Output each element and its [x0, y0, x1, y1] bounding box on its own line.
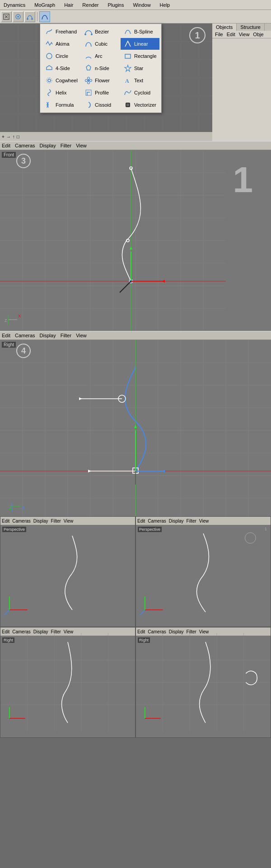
svg-point-4: [31, 18, 33, 20]
badge-1: 1: [189, 27, 206, 43]
toolbar: [0, 10, 271, 24]
toolbar-btn-1[interactable]: [1, 11, 12, 22]
formula-icon: [45, 100, 54, 109]
dropdown-flower[interactable]: Flower: [81, 75, 120, 86]
dropdown-vectorizer[interactable]: Vectorizer: [121, 99, 159, 111]
svg-line-111: [108, 530, 135, 621]
dropdown-arc[interactable]: Arc: [81, 50, 120, 62]
dropdown-text[interactable]: A Text: [121, 75, 159, 86]
vmenu2-cameras[interactable]: Cameras: [15, 333, 35, 338]
cogwheel-icon: [45, 76, 54, 85]
dropdown-cubic[interactable]: Cubic: [81, 38, 120, 50]
svg-point-7: [47, 53, 52, 59]
right-view-menu-bar: Edit Cameras Display Filter View: [0, 331, 271, 340]
svg-point-2: [17, 16, 19, 18]
mini4-content: [136, 627, 271, 737]
toolbar-btn-3[interactable]: [24, 11, 35, 22]
dropdown-4side[interactable]: 4-Side: [42, 62, 81, 74]
tab-objects[interactable]: Objects: [212, 24, 237, 31]
svg-point-60: [129, 279, 133, 283]
fourside-icon: [45, 64, 54, 73]
profile-icon: [84, 88, 93, 97]
vmenu2-display[interactable]: Display: [40, 333, 56, 338]
mini-viewport-2: Edit Cameras Display Filter View Perspec…: [136, 516, 271, 627]
mini1-content: [0, 517, 135, 627]
svg-point-58: [130, 167, 132, 170]
dropdown-nside[interactable]: n-Side: [81, 62, 120, 74]
panel-header: File Edit View Obje: [212, 31, 271, 38]
viewport-front: Front 3 1: [0, 150, 271, 331]
bezier-icon: [84, 27, 93, 36]
svg-point-15: [88, 77, 90, 80]
mini3-content: [0, 627, 135, 737]
svg-marker-92: [79, 397, 82, 400]
svg-marker-10: [86, 65, 91, 70]
cycloid-icon: [123, 88, 132, 97]
dropdown-formula[interactable]: Formula: [42, 99, 81, 111]
svg-marker-64: [162, 280, 165, 283]
dropdown-cogwheel[interactable]: Cogwheel: [42, 75, 81, 86]
objects-panel: Objects Structure File Edit View Obje: [212, 24, 271, 141]
vmenu-filter[interactable]: Filter: [61, 143, 71, 148]
nside-icon: [84, 64, 93, 73]
toolbar-spline-active[interactable]: [39, 11, 50, 22]
dropdown-linear[interactable]: Linear: [121, 38, 159, 50]
front-label: Front: [2, 152, 16, 158]
menu-mograph[interactable]: MoGraph: [33, 1, 57, 9]
dropdown-bspline[interactable]: B-Spline: [121, 26, 159, 38]
coord-arrow-right[interactable]: →: [6, 134, 11, 139]
dropdown-bezier[interactable]: Bezier: [81, 26, 120, 38]
svg-text:X: X: [22, 505, 25, 510]
panel-edit[interactable]: Edit: [227, 32, 235, 37]
svg-line-120: [217, 530, 271, 621]
vmenu-display[interactable]: Display: [40, 143, 56, 148]
menu-render[interactable]: Render: [80, 1, 100, 9]
dropdown-rectangle[interactable]: Rectangle: [121, 50, 159, 62]
dropdown-cissoid[interactable]: Cissoid: [81, 99, 120, 111]
vmenu2-edit[interactable]: Edit: [2, 333, 10, 338]
coord-bar: + → ↑ □: [0, 132, 212, 141]
dropdown-freehand[interactable]: Freehand: [42, 26, 81, 38]
coord-plus[interactable]: +: [2, 134, 5, 139]
panel-obje[interactable]: Obje: [253, 32, 263, 37]
panel-file[interactable]: File: [215, 32, 223, 37]
vmenu-edit[interactable]: Edit: [2, 143, 10, 148]
svg-rect-22: [126, 104, 129, 106]
panel-view[interactable]: View: [239, 32, 250, 37]
coord-arrow-up[interactable]: ↑: [13, 134, 15, 139]
coord-square[interactable]: □: [17, 134, 19, 139]
flower-icon: [84, 76, 93, 85]
freehand-icon: [45, 27, 54, 36]
svg-rect-93: [133, 468, 138, 473]
svg-point-13: [47, 78, 52, 83]
menu-plugins[interactable]: Plugins: [106, 1, 126, 9]
dropdown-cycloid[interactable]: Cycloid: [121, 87, 159, 99]
menu-help[interactable]: Help: [158, 1, 172, 9]
dropdown-circle[interactable]: Circle: [42, 50, 81, 62]
vmenu2-view[interactable]: View: [76, 333, 87, 338]
arc-icon: [84, 52, 93, 61]
svg-line-109: [54, 530, 135, 621]
viewport-right: Right 4: [0, 340, 271, 516]
menu-window[interactable]: Window: [131, 1, 152, 9]
svg-text:Z: Z: [5, 318, 7, 323]
dropdown-helix[interactable]: Helix: [42, 87, 81, 99]
svg-line-110: [81, 530, 135, 621]
akima-icon: [45, 39, 54, 48]
menu-hair[interactable]: Hair: [62, 1, 75, 9]
toolbar-btn-2[interactable]: [13, 11, 23, 22]
rectangle-icon: [123, 52, 132, 61]
svg-line-124: [140, 610, 145, 615]
tab-structure[interactable]: Structure: [237, 24, 265, 31]
vmenu-cameras[interactable]: Cameras: [15, 143, 35, 148]
dropdown-profile[interactable]: Profile: [81, 87, 120, 99]
vmenu-view[interactable]: View: [76, 143, 87, 148]
dropdown-star[interactable]: Star: [121, 62, 159, 74]
mini-viewport-3: Edit Cameras Display Filter View Right: [0, 627, 136, 738]
dropdown-akima[interactable]: Akima: [42, 38, 81, 50]
menu-dynamics[interactable]: Dynamics: [2, 1, 27, 9]
badge-4: 4: [16, 344, 31, 358]
vmenu2-filter[interactable]: Filter: [61, 333, 71, 338]
cissoid-icon: [84, 100, 93, 109]
cubic-icon: [84, 39, 93, 48]
